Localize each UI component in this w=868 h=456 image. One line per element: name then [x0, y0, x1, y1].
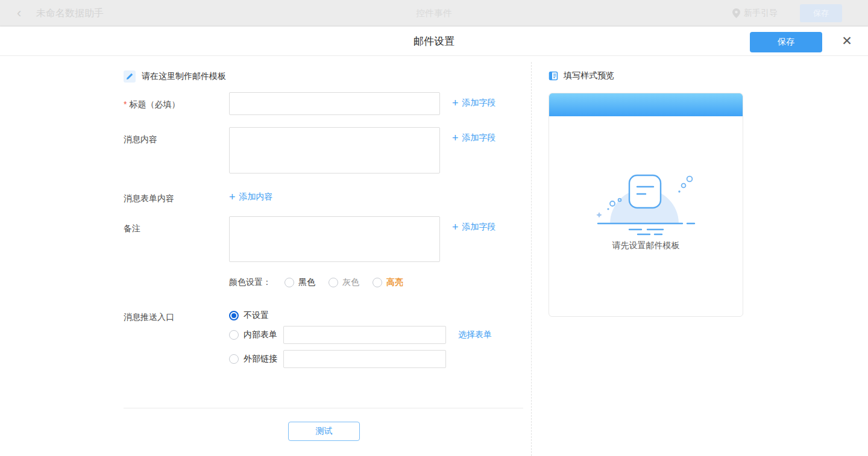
remark-field-label: 备注: [124, 222, 140, 234]
test-button[interactable]: 测试: [288, 422, 360, 441]
select-form-link[interactable]: 选择表单: [458, 330, 492, 340]
add-field-label: 添加字段: [462, 222, 496, 233]
preview-card-header: [549, 93, 743, 116]
push-entry-label: 消息推送入口: [124, 311, 174, 323]
add-content-label: 添加内容: [239, 192, 273, 202]
radio-gray[interactable]: [329, 278, 338, 287]
guide-link: 新手引导: [732, 0, 778, 27]
plus-icon: +: [452, 98, 459, 108]
save-button[interactable]: 保存: [750, 32, 822, 52]
background-save-button: 保存: [800, 4, 842, 22]
location-pin-icon: [732, 8, 740, 18]
color-option-highlight[interactable]: 高亮: [373, 277, 403, 288]
push-option-external-link: 外部链接: [229, 350, 446, 368]
remark-textarea[interactable]: [229, 216, 440, 262]
internal-form-input[interactable]: [283, 326, 446, 344]
required-mark: *: [124, 99, 127, 109]
modal-header: 邮件设置 保存 ✕: [0, 27, 868, 56]
color-setting-label: 颜色设置：: [229, 277, 271, 288]
preview-section-title: 填写样式预览: [564, 70, 614, 81]
remark-add-field-link[interactable]: + 添加字段: [452, 222, 496, 233]
push-option-label: 外部链接: [244, 354, 277, 364]
radio-black[interactable]: [285, 278, 294, 287]
plus-icon: +: [452, 133, 459, 143]
push-option-internal-form: 内部表单 选择表单: [229, 326, 492, 344]
radio-internal-form[interactable]: [229, 330, 239, 340]
preview-card: 请先设置邮件模板: [549, 93, 743, 317]
email-settings-modal: 邮件设置 保存 ✕ 请在这里制作邮件模板 *标题（必填） + 添加字段 消息内容: [0, 27, 868, 456]
form-content-field-label: 消息表单内容: [124, 192, 174, 204]
pencil-icon: [124, 70, 136, 83]
push-option-label: 内部表单: [244, 330, 277, 340]
color-option-label: 灰色: [342, 277, 359, 288]
add-field-label: 添加字段: [462, 98, 496, 108]
modal-title: 邮件设置: [0, 27, 868, 56]
content-add-field-link[interactable]: + 添加字段: [452, 133, 496, 143]
color-option-label: 高亮: [386, 277, 403, 288]
radio-external-link[interactable]: [229, 354, 239, 364]
document-icon: [549, 71, 558, 81]
color-setting-row: 颜色设置： 黑色 灰色 高亮: [229, 276, 403, 289]
preview-section-header: 填写样式预览: [549, 70, 614, 81]
plus-icon: +: [452, 222, 459, 233]
color-option-gray[interactable]: 灰色: [329, 277, 359, 288]
color-option-black[interactable]: 黑色: [285, 277, 315, 288]
plus-icon: +: [229, 192, 236, 202]
color-option-label: 黑色: [298, 277, 315, 288]
vertical-divider: [531, 62, 532, 456]
content-textarea[interactable]: [229, 127, 440, 173]
title-add-field-link[interactable]: + 添加字段: [452, 98, 496, 108]
form-footer-divider: [124, 408, 523, 408]
title-field-label: *标题（必填）: [124, 98, 180, 110]
close-icon[interactable]: ✕: [839, 33, 855, 49]
radio-none-selected[interactable]: [229, 311, 239, 320]
guide-label: 新手引导: [744, 8, 778, 19]
template-section-header: 请在这里制作邮件模板: [124, 70, 226, 83]
empty-illustration: [592, 172, 700, 238]
background-topbar: ‹ 未命名数据助手 控件事件 新手引导 保存: [0, 0, 868, 27]
content-field-label: 消息内容: [124, 133, 157, 145]
form-content-add-link[interactable]: + 添加内容: [229, 192, 273, 202]
template-section-title: 请在这里制作邮件模板: [142, 71, 226, 82]
add-field-label: 添加字段: [462, 133, 496, 143]
radio-highlight[interactable]: [373, 278, 382, 287]
title-input[interactable]: [229, 92, 440, 115]
external-link-input[interactable]: [283, 350, 446, 368]
push-option-none[interactable]: 不设置: [229, 310, 269, 322]
push-option-label: 不设置: [244, 310, 269, 321]
modal-body: 请在这里制作邮件模板 *标题（必填） + 添加字段 消息内容 + 添加字段 消息…: [0, 56, 868, 456]
preview-empty-text: 请先设置邮件模板: [549, 240, 743, 251]
